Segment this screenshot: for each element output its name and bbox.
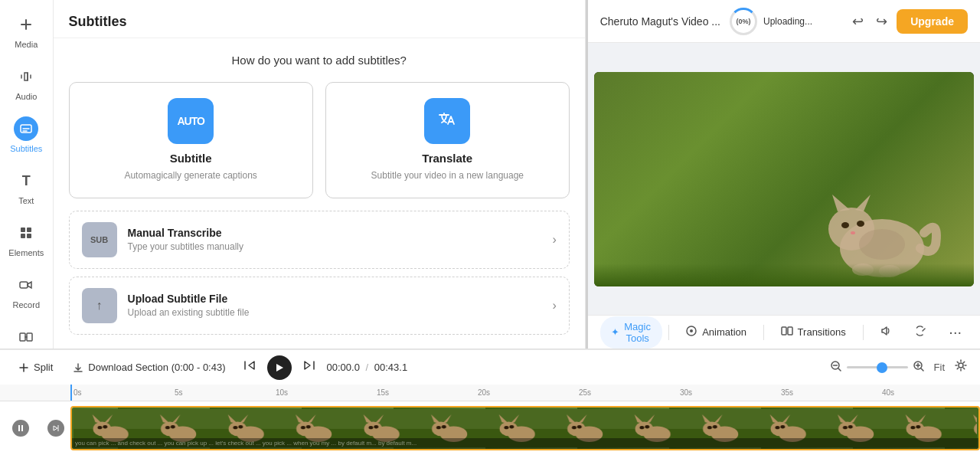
transitions-label: Transitions (798, 326, 846, 338)
sidebar-item-media[interactable]: Media (2, 6, 51, 55)
svg-rect-1 (21, 24, 31, 25)
redo-button[interactable]: ↪ (873, 10, 890, 33)
upload-percent: (0%) (736, 18, 750, 25)
svg-rect-26 (21, 425, 23, 431)
timeline-settings-button[interactable] (954, 358, 968, 376)
upgrade-button[interactable]: Upgrade (897, 9, 968, 34)
translate-card-desc: Subtitle your video in a new language (371, 169, 524, 182)
playback-controls: Split Download Section (0:00 - 0:43) 00:… (0, 349, 980, 385)
ruler-mark-5: 5s (172, 388, 273, 397)
sidebar-item-record[interactable]: Record (2, 267, 51, 316)
zoom-out-button[interactable] (830, 360, 842, 375)
sidebar-item-record-label: Record (13, 300, 40, 309)
translate-card-title: Translate (422, 152, 472, 165)
upload-option-desc: Upload an existing subtitle file (128, 307, 553, 318)
tool-separator-3 (863, 325, 864, 340)
plus-icon (14, 12, 38, 37)
ruler-mark-35: 35s (778, 388, 879, 397)
translate-card[interactable]: Translate Subtitle your video in a new l… (325, 82, 570, 198)
upload-subtitle-option[interactable]: ↑ Upload Subtitle File Upload an existin… (69, 277, 570, 335)
zoom-in-button[interactable] (913, 360, 925, 375)
tool-separator-1 (668, 325, 669, 340)
sidebar-item-subtitles[interactable]: Subtitles (2, 110, 51, 159)
manual-transcribe-option[interactable]: SUB Manual Transcribe Type your subtitle… (69, 211, 570, 269)
upload-option-title: Upload Subtitle File (128, 293, 553, 305)
upload-icon: ↑ (82, 288, 117, 323)
download-section-button[interactable]: Download Section (0:00 - 0:43) (67, 358, 231, 376)
download-label: Download Section (0:00 - 0:43) (88, 362, 225, 373)
svg-point-19 (690, 329, 693, 332)
ruler-mark-10: 10s (273, 388, 374, 397)
upload-option-text: Upload Subtitle File Upload an existing … (128, 293, 553, 318)
upload-status-text: Uploading... (763, 16, 812, 27)
video-title: Cheruto Magut's Video ... (600, 15, 720, 28)
elements-icon (14, 221, 38, 245)
top-bar-actions: ↩ ↪ Upgrade (849, 9, 968, 34)
track-controls (6, 420, 70, 437)
bottom-section: Split Download Section (0:00 - 0:43) 00:… (0, 349, 980, 455)
timeline-ruler: 0s 5s 10s 15s 20s 25s 30s 35s 40s (0, 385, 980, 401)
manual-option-text: Manual Transcribe Type your subtitles ma… (128, 227, 553, 252)
track-end-button[interactable] (47, 420, 64, 437)
tool-separator-2 (763, 325, 764, 340)
ruler-mark-30: 30s (677, 388, 778, 397)
upload-progress-circle: (0%) (730, 8, 757, 35)
video-track[interactable]: you can pick ... and check out ... you c… (70, 406, 980, 450)
sidebar-item-text[interactable]: T Text (2, 162, 51, 211)
play-button[interactable] (267, 355, 292, 380)
split-button[interactable]: Split (12, 358, 59, 376)
skip-back-button[interactable] (240, 357, 260, 378)
record-icon (14, 273, 38, 297)
auto-card-title: Subtitle (170, 152, 212, 165)
track-pause-button[interactable] (12, 420, 29, 437)
audio-icon (14, 64, 38, 89)
upload-arrow-icon: › (553, 299, 557, 313)
speed-button[interactable] (906, 320, 939, 344)
undo-button[interactable]: ↩ (849, 10, 867, 33)
manual-option-title: Manual Transcribe (128, 227, 553, 239)
magic-tools-label: Magic Tools (624, 321, 652, 344)
playhead (70, 385, 72, 401)
magic-tools-button[interactable]: ✦ Magic Tools (600, 316, 662, 349)
zoom-controls: Fit (830, 358, 968, 376)
svg-point-17 (859, 229, 905, 260)
svg-rect-25 (18, 425, 20, 431)
ruler-mark-0: 0s (70, 388, 172, 397)
sidebar-item-elements[interactable]: Elements (2, 214, 51, 264)
preview-panel: Cheruto Magut's Video ... (0%) Uploading… (588, 0, 980, 349)
split-label: Split (34, 362, 53, 373)
transitions-icon (14, 325, 38, 349)
current-time: 00:00.0 / 00:43.1 (327, 362, 408, 373)
svg-rect-20 (782, 327, 786, 335)
svg-point-14 (851, 231, 855, 234)
video-frame (594, 72, 974, 286)
sidebar-item-audio-label: Audio (15, 92, 37, 101)
animation-button[interactable]: Animation (675, 320, 757, 344)
sidebar-item-elements-label: Elements (8, 248, 44, 257)
transitions-button[interactable]: Transitions (770, 320, 857, 344)
download-icon (73, 362, 83, 373)
speed-icon (916, 325, 929, 339)
svg-point-24 (959, 363, 963, 368)
tools-bar: ✦ Magic Tools Animation Transitions (588, 315, 980, 349)
volume-button[interactable] (869, 320, 903, 344)
animation-label: Animation (702, 326, 746, 338)
ruler-mark-20: 20s (475, 388, 576, 397)
subtitle-question: How do you want to add subtitles? (69, 54, 570, 67)
sidebar-item-transitions[interactable]: Transitions (2, 319, 51, 349)
magic-tools-icon: ✦ (611, 326, 619, 338)
fit-button[interactable]: Fit (929, 360, 949, 375)
sidebar-item-media-label: Media (15, 40, 38, 49)
skip-forward-button[interactable] (299, 357, 319, 378)
more-options-button[interactable]: ··· (942, 320, 968, 344)
subtitles-panel: Subtitles How do you want to add subtitl… (54, 0, 586, 349)
upload-status-wrapper: (0%) Uploading... (730, 8, 812, 35)
sidebar-item-text-label: Text (18, 196, 34, 205)
top-bar: Cheruto Magut's Video ... (0%) Uploading… (588, 0, 980, 43)
subtitle-auto-card[interactable]: AUTO Subtitle Automagically generate cap… (69, 82, 313, 198)
time-separator: / (366, 362, 369, 373)
zoom-slider[interactable] (847, 366, 908, 368)
panel-title: Subtitles (54, 0, 585, 38)
sidebar-item-audio[interactable]: Audio (2, 58, 51, 107)
subtitle-cards-row: AUTO Subtitle Automagically generate cap… (69, 82, 570, 198)
